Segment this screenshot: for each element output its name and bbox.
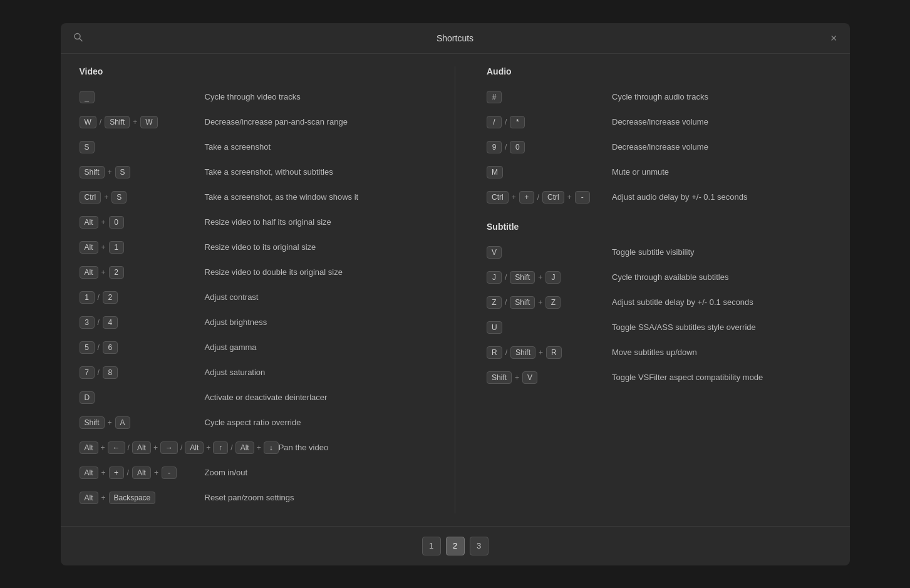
shortcut-row: D Activate or deactivate deinterlacer xyxy=(80,388,424,407)
action-label: Adjust audio delay by +/- 0.1 seconds xyxy=(612,192,831,202)
sep: + xyxy=(101,468,106,477)
sep: + xyxy=(104,193,108,202)
key-j: J xyxy=(487,271,502,284)
key-shift: Shift xyxy=(487,371,512,384)
sep: / xyxy=(128,443,130,452)
action-label: Resize video to its original size xyxy=(205,242,424,252)
action-label: Resize video to half its original size xyxy=(205,217,424,227)
sep: + xyxy=(538,273,542,282)
key-d: D xyxy=(80,391,95,404)
sep: + xyxy=(206,443,210,452)
shortcut-keys: Alt + ← / Alt + → / Alt + ↑ / Alt + ↓ xyxy=(80,441,279,454)
sep: + xyxy=(153,443,158,452)
action-label: Move subtitles up/down xyxy=(612,348,831,357)
dialog-title: Shortcuts xyxy=(437,33,473,43)
key-4: 4 xyxy=(103,316,118,329)
page-3-button[interactable]: 3 xyxy=(470,537,489,555)
key-ctrl: Ctrl xyxy=(487,191,509,204)
sep: + xyxy=(257,443,261,452)
shortcut-keys: Alt + 2 xyxy=(80,266,205,279)
subtitle-section-title: Subtitle xyxy=(487,222,831,232)
key-left: ← xyxy=(108,441,125,454)
key-7: 7 xyxy=(80,366,95,379)
shortcut-row: R / Shift + R Move subtitles up/down xyxy=(487,343,831,362)
key-a: A xyxy=(115,416,130,429)
shortcut-keys: 7 / 8 xyxy=(80,366,205,379)
shortcut-row: W / Shift + W Decrease/increase pan-and-… xyxy=(80,113,424,132)
shortcut-keys: Shift + A xyxy=(80,416,205,429)
shortcut-row: Ctrl + + / Ctrl + - Adjust audio delay b… xyxy=(487,188,831,207)
action-label: Take a screenshot, without subtitles xyxy=(205,167,424,177)
video-section-title: Video xyxy=(80,66,424,76)
shortcut-row: 5 / 6 Adjust gamma xyxy=(80,338,424,357)
key-5: 5 xyxy=(80,341,95,354)
key-z: Z xyxy=(545,296,561,309)
shortcut-keys: W / Shift + W xyxy=(80,116,205,128)
sep: / xyxy=(180,443,182,452)
shortcut-row: Alt + + / Alt + - Zoom in/out xyxy=(80,463,424,482)
key-9: 9 xyxy=(487,141,502,153)
action-label: Take a screenshot xyxy=(205,142,424,152)
shortcut-keys: Alt + Backspace xyxy=(80,492,205,504)
page-2-button[interactable]: 2 xyxy=(446,537,465,555)
action-label: Adjust gamma xyxy=(205,343,424,352)
shortcut-keys: Shift + V xyxy=(487,371,612,384)
shortcut-keys: # xyxy=(487,91,612,103)
key-s: S xyxy=(115,166,130,178)
sep: / xyxy=(505,143,507,152)
shortcut-row: # Cycle through audio tracks xyxy=(487,88,831,106)
key-r: R xyxy=(546,346,562,359)
action-label: Cycle through audio tracks xyxy=(612,92,831,101)
sep: / xyxy=(98,293,100,302)
shortcut-row: Shift + S Take a screenshot, without sub… xyxy=(80,163,424,182)
key-w2: W xyxy=(140,116,157,128)
action-label: Adjust saturation xyxy=(205,368,424,377)
key-alt: Alt xyxy=(80,492,98,504)
shortcut-row: V Toggle subtitle visibility xyxy=(487,243,831,262)
sep: / xyxy=(98,318,100,327)
action-label: Adjust brightness xyxy=(205,317,424,327)
key-3: 3 xyxy=(80,316,95,329)
action-label: Take a screenshot, as the window shows i… xyxy=(205,192,424,202)
shortcut-keys: _ xyxy=(80,91,205,103)
shortcut-keys: V xyxy=(487,246,612,259)
key-j: J xyxy=(545,271,561,284)
page-1-button[interactable]: 1 xyxy=(422,537,441,555)
action-label: Toggle VSFilter aspect compatibility mod… xyxy=(612,373,831,382)
search-icon[interactable] xyxy=(73,32,83,44)
shortcut-keys: Ctrl + S xyxy=(80,191,205,204)
sep: + xyxy=(101,243,106,252)
shortcut-row: Alt + ← / Alt + → / Alt + ↑ / Alt + ↓ Pa… xyxy=(80,438,424,457)
shortcut-row: Alt + 1 Resize video to its original siz… xyxy=(80,238,424,257)
key-shift: Shift xyxy=(510,296,535,309)
shortcut-row: 3 / 4 Adjust brightness xyxy=(80,313,424,332)
shortcut-row: Z / Shift + Z Adjust subtitle delay by +… xyxy=(487,293,831,312)
action-label: Decrease/increase pan-and-scan range xyxy=(205,117,424,126)
sep: / xyxy=(505,298,507,307)
action-label: Decrease/increase volume xyxy=(612,142,831,152)
sep: + xyxy=(154,468,158,477)
action-label: Toggle SSA/ASS subtitles style override xyxy=(612,322,831,332)
action-label: Toggle subtitle visibility xyxy=(612,247,831,257)
sep: + xyxy=(539,348,543,357)
shortcut-row: J / Shift + J Cycle through available su… xyxy=(487,268,831,287)
sep: + xyxy=(101,218,106,227)
sep: + xyxy=(101,268,106,277)
shortcut-row: Shift + V Toggle VSFilter aspect compati… xyxy=(487,368,831,387)
key-ctrl: Ctrl xyxy=(542,191,564,204)
key-alt: Alt xyxy=(80,441,98,454)
key-alt: Alt xyxy=(80,216,98,229)
shortcut-keys: D xyxy=(80,391,205,404)
action-label: Resize video to double its original size xyxy=(205,267,424,277)
sep: + xyxy=(101,493,106,502)
close-button[interactable]: × xyxy=(830,33,837,44)
key-minus: - xyxy=(162,467,177,479)
key-asterisk: * xyxy=(510,116,525,128)
shortcut-keys: 5 / 6 xyxy=(80,341,205,354)
sep: + xyxy=(108,418,112,427)
shortcut-keys: 1 / 2 xyxy=(80,291,205,304)
key-plus: + xyxy=(109,467,124,479)
action-label: Activate or deactivate deinterlacer xyxy=(205,393,424,402)
action-label: Adjust subtitle delay by +/- 0.1 seconds xyxy=(612,297,831,307)
key-slash: / xyxy=(487,116,502,128)
